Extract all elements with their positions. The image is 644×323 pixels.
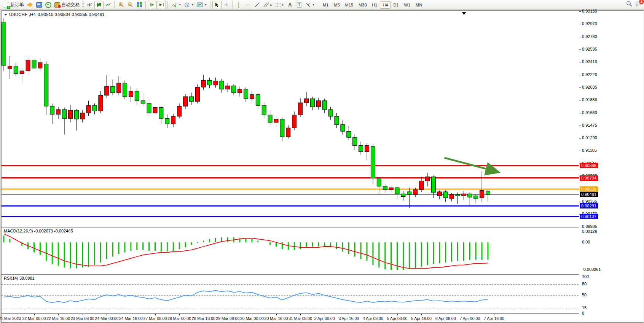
timeframe-button-m5[interactable]: M5 [331, 1, 342, 9]
candlestick-chart-button[interactable] [94, 1, 104, 9]
chart-shift-button[interactable] [157, 1, 166, 9]
new-order-button[interactable]: + 新订单 [2, 1, 26, 9]
vertical-line-button[interactable]: │ [234, 1, 244, 9]
chart-shift-marker[interactable] [462, 12, 466, 15]
timeframe-button-h4[interactable]: H4 [380, 1, 391, 9]
collapse-triangle-icon[interactable] [4, 14, 7, 16]
templates-button[interactable]: ▼ [195, 1, 209, 9]
candle [443, 192, 448, 198]
macd-chart[interactable] [2, 228, 579, 274]
rsi-chart[interactable] [2, 275, 579, 313]
candle [426, 177, 430, 181]
tile-windows-icon [137, 2, 142, 7]
price-level-label: 0.90886 [580, 163, 598, 168]
price-tick-label: 80 [582, 282, 587, 286]
bar-chart-button[interactable] [85, 1, 94, 9]
timeframe-button-m15[interactable]: M15 [343, 1, 356, 9]
cursor-button[interactable] [212, 1, 222, 9]
candle [220, 81, 224, 89]
price-tick-mark [579, 100, 581, 100]
zoom-out-button[interactable] [126, 1, 135, 9]
candle [238, 89, 242, 92]
price-tick-label: 50 [582, 293, 587, 298]
vps-button[interactable] [35, 1, 44, 9]
timeframe-button-d1[interactable]: D1 [391, 1, 401, 9]
horizontal-line-button[interactable]: ─ [244, 1, 253, 9]
news-button[interactable] [26, 1, 35, 9]
equidistant-channel-icon [263, 2, 269, 7]
candle [401, 194, 405, 196]
rsi-panel[interactable]: RSI(14) 38.0981 [2, 275, 579, 314]
zoom-in-button[interactable] [116, 1, 126, 9]
time-tick [58, 314, 59, 315]
text-button[interactable]: A [285, 1, 295, 9]
price-axis[interactable]: 0.931550.929700.927800.925950.924100.922… [579, 11, 644, 322]
candle [153, 108, 157, 113]
candle [468, 194, 472, 197]
indicators-button[interactable]: ▼ [170, 1, 183, 9]
price-tick-label: 100 [582, 274, 589, 279]
horizontal-line-icon: ─ [246, 2, 250, 8]
timeframe-button-m1[interactable]: M1 [320, 1, 331, 9]
candle [456, 194, 460, 196]
dropdown-arrow-icon: ▼ [204, 3, 207, 6]
periods-button[interactable]: ▼ [183, 1, 195, 9]
new-order-icon: + [4, 2, 9, 8]
cursor-icon [215, 2, 219, 8]
channel-button[interactable]: E [262, 1, 274, 9]
auto-trading-icon [54, 2, 60, 8]
search-icon[interactable] [626, 1, 632, 7]
candle [123, 83, 127, 97]
price-tick-mark [579, 11, 581, 12]
candle [226, 86, 230, 89]
line-chart-button[interactable] [104, 1, 113, 9]
candle [341, 124, 345, 131]
chart-window: USDCHF-,H4 0.90510 0.90534 0.90355 0.904… [1, 10, 644, 323]
candle [14, 66, 18, 74]
notifications-button[interactable]: 1 [635, 1, 642, 7]
arrows-button[interactable]: ▼ [304, 1, 316, 9]
auto-trading-button[interactable]: 自动交易 [53, 1, 81, 9]
time-tick [470, 314, 470, 315]
trendline-button[interactable] [253, 1, 262, 9]
price-tick-mark [579, 88, 581, 88]
time-tick [446, 314, 446, 315]
toolbar-separator [318, 1, 319, 9]
signals-button[interactable] [44, 1, 53, 9]
macd-panel[interactable]: MACD(12,26,9) -0.002073 -0.002465 [2, 228, 579, 275]
candle [99, 95, 103, 111]
auto-scroll-button[interactable] [148, 1, 157, 9]
dropdown-arrow-icon: ▼ [312, 3, 315, 6]
text-label-button[interactable]: T [295, 1, 304, 9]
price-tick-mark [579, 151, 581, 151]
candle [377, 178, 381, 186]
toolbar-separator [114, 1, 115, 9]
candle [353, 137, 357, 145]
candle [171, 116, 175, 124]
timeframe-button-m30[interactable]: M30 [356, 1, 369, 9]
candle [80, 113, 84, 119]
candle [316, 101, 320, 107]
price-tick-label: 0.92410 [582, 59, 597, 64]
price-tick-mark [579, 202, 581, 202]
timeframe-button-w1[interactable]: W1 [402, 1, 413, 9]
crosshair-button[interactable] [222, 1, 231, 9]
timeframe-group: M1M5M15M30H1H4D1W1MN [320, 1, 425, 9]
trend-arrow-annotation[interactable] [445, 158, 496, 172]
price-chart[interactable] [2, 11, 579, 227]
time-label: 7 Apr 16:00 [479, 316, 509, 321]
tile-windows-button[interactable] [135, 1, 144, 9]
candle [328, 110, 333, 116]
candle [147, 103, 151, 113]
megaphone-icon [27, 3, 33, 7]
candle [310, 99, 314, 107]
timeframe-button-mn[interactable]: MN [413, 1, 425, 9]
candle [135, 91, 139, 101]
candle [117, 83, 121, 92]
timeframe-button-h1[interactable]: H1 [369, 1, 380, 9]
toolbar-separator [210, 1, 211, 9]
price-chart-panel[interactable] [2, 11, 579, 228]
fibonacci-button[interactable]: F [274, 1, 285, 9]
candle [105, 86, 109, 95]
time-axis[interactable]: 21 Mar 202322 Mar 00:0022 Mar 16:0023 Ma… [2, 314, 579, 322]
